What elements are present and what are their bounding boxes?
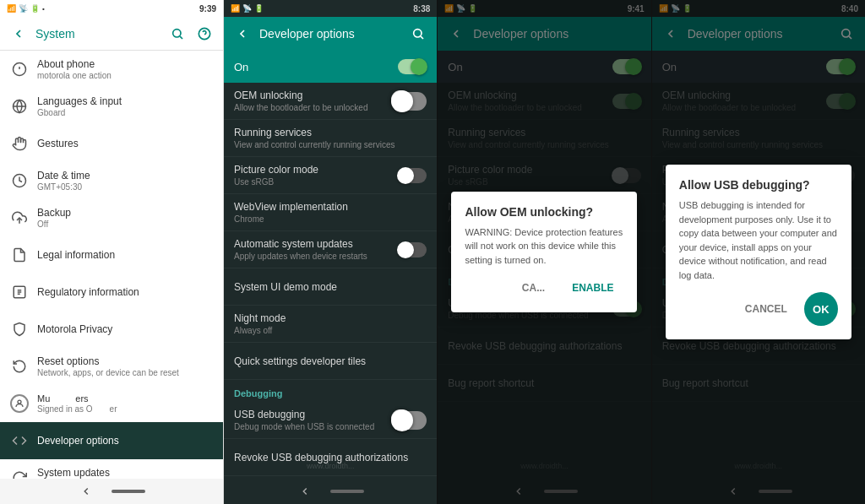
- auto-updates-text-2: Automatic system updates Apply updates w…: [234, 238, 398, 261]
- revoke-text-2: Revoke USB debugging authorizations: [234, 452, 427, 463]
- gestures-icon: [10, 134, 29, 153]
- picture-title-2: Picture color mode: [234, 164, 398, 176]
- usb-cancel-button[interactable]: Cancel: [735, 298, 797, 320]
- legal-info-item[interactable]: Legal information: [0, 236, 223, 274]
- multiple-users-item[interactable]: Muers Signed in as Oer: [0, 385, 223, 422]
- quick-settings-2[interactable]: Quick settings developer tiles: [224, 343, 437, 380]
- oem-enable-button[interactable]: Enable: [562, 277, 623, 299]
- status-left-2: 📶 📡 🔋: [231, 4, 264, 13]
- usb-dialog-body: USB debugging is intended for developmen…: [679, 198, 838, 282]
- developer-options-item[interactable]: Developer options: [0, 422, 223, 459]
- revoke-usb-2[interactable]: Revoke USB debugging authorizations: [224, 439, 437, 476]
- dev-header-2: Developer options: [224, 17, 437, 51]
- oem-item-2[interactable]: OEM unlocking Allow the bootloader to be…: [224, 83, 437, 120]
- auto-updates-2[interactable]: Automatic system updates Apply updates w…: [224, 231, 437, 268]
- system-updates-title: System updates: [37, 467, 213, 479]
- oem-dialog-actions: Ca... Enable: [465, 277, 623, 299]
- about-phone-icon: [10, 60, 29, 79]
- backup-icon: [10, 209, 29, 227]
- ui-demo-text-2: System UI demo mode: [234, 281, 427, 293]
- webview-text-2: WebView implementation Chrome: [234, 201, 427, 224]
- webview-title-2: WebView implementation: [234, 201, 427, 213]
- languages-text: Languages & input Gboard: [37, 95, 213, 117]
- regulatory-text: Regulatory information: [37, 286, 213, 298]
- signal-icon-2: 📶: [231, 4, 240, 13]
- oem-subtitle-2: Allow the bootloader to be unlocked: [234, 103, 393, 112]
- search-button-2[interactable]: [408, 24, 428, 44]
- picture-toggle-2[interactable]: [398, 168, 427, 183]
- usb-debugging-2[interactable]: USB debugging Debug mode when USB is con…: [224, 402, 437, 439]
- reset-title: Reset options: [37, 355, 213, 367]
- reset-subtitle: Network, apps, or device can be reset: [37, 368, 213, 377]
- languages-item[interactable]: Languages & input Gboard: [0, 88, 223, 125]
- quick-settings-title-2: Quick settings developer tiles: [234, 355, 427, 367]
- night-mode-2[interactable]: Night mode Always off: [224, 306, 437, 343]
- language-icon: [10, 97, 29, 116]
- ui-demo-title-2: System UI demo mode: [234, 281, 427, 293]
- usb-ok-button[interactable]: OK: [804, 292, 838, 326]
- status-bar-1: 📶 📡 🔋 • 9:39: [0, 0, 223, 17]
- back-nav-1[interactable]: [78, 483, 95, 500]
- back-button-2[interactable]: [232, 24, 253, 44]
- motorola-privacy-item[interactable]: Motorola Privacy: [0, 311, 223, 348]
- reset-text: Reset options Network, apps, or device c…: [37, 355, 213, 377]
- update-icon: [10, 469, 29, 479]
- usb-dialog: Allow USB debugging? USB debugging is in…: [666, 165, 851, 339]
- picture-color-2[interactable]: Picture color mode Use sRGB: [224, 157, 437, 194]
- debugging-header-2: Debugging: [224, 380, 437, 402]
- usb-dialog-title: Allow USB debugging?: [679, 178, 838, 192]
- date-time-subtitle: GMT+05:30: [37, 182, 213, 192]
- usb-toggle-2[interactable]: [393, 411, 427, 430]
- about-phone-text: About phone motorola one action: [37, 58, 213, 80]
- gestures-text: Gestures: [37, 138, 213, 149]
- about-phone-item[interactable]: About phone motorola one action: [0, 51, 223, 88]
- home-bar-1[interactable]: [112, 490, 145, 493]
- gestures-item[interactable]: Gestures: [0, 125, 223, 162]
- oem-toggle-2[interactable]: [393, 92, 427, 111]
- signal-icon: 📶: [7, 4, 16, 13]
- time-1: 9:39: [199, 4, 216, 14]
- help-button-1[interactable]: [194, 24, 215, 44]
- back-button-1[interactable]: [8, 24, 29, 44]
- system-updates-item[interactable]: System updates Updated to Android 9: [0, 459, 223, 479]
- main-toggle-2[interactable]: [398, 59, 427, 74]
- back-nav-2[interactable]: [296, 483, 313, 500]
- regulatory-icon: [10, 283, 29, 301]
- wifi-icon: 📡: [19, 4, 28, 13]
- date-time-item[interactable]: Date & time GMT+05:30: [0, 162, 223, 199]
- oem-text-2: OEM unlocking Allow the bootloader to be…: [234, 89, 393, 112]
- reset-options-item[interactable]: Reset options Network, apps, or device c…: [0, 348, 223, 385]
- developer-options-usb-panel: 📶 📡 🔋 8:40 Developer options On OEM unlo…: [652, 0, 865, 504]
- running-services-2[interactable]: Running services View and control curren…: [224, 120, 437, 157]
- time-2: 8:38: [413, 4, 430, 14]
- system-settings-list: About phone motorola one action Language…: [0, 51, 223, 479]
- developer-options-oem-panel: 📶 📡 🔋 9:41 Developer options On OEM unlo…: [438, 0, 651, 504]
- usb-dialog-overlay: Allow USB debugging? USB debugging is in…: [652, 0, 865, 504]
- backup-item[interactable]: Backup Off: [0, 199, 223, 236]
- oem-dialog: Allow OEM unlocking? WARNING: Device pro…: [451, 192, 637, 313]
- oem-cancel-button[interactable]: Ca...: [512, 277, 555, 299]
- oem-dialog-overlay: Allow OEM unlocking? WARNING: Device pro…: [438, 0, 650, 504]
- users-text: Muers Signed in as Oer: [37, 393, 213, 414]
- status-bar-2: 📶 📡 🔋 8:38: [224, 0, 437, 17]
- legal-icon: [10, 246, 29, 264]
- wifi-icon-2: 📡: [242, 4, 252, 13]
- developer-icon: [10, 431, 29, 450]
- auto-toggle-2[interactable]: [398, 242, 427, 257]
- legal-title: Legal information: [37, 249, 213, 261]
- developer-text: Developer options: [37, 435, 213, 447]
- home-bar-2[interactable]: [330, 490, 364, 493]
- about-phone-title: About phone: [37, 58, 213, 70]
- search-button-1[interactable]: [167, 24, 188, 44]
- battery-icon-2: 🔋: [254, 4, 264, 13]
- webview-2[interactable]: WebView implementation Chrome: [224, 194, 437, 231]
- dev-title-2: Developer options: [259, 27, 401, 41]
- dev-content-2: OEM unlocking Allow the bootloader to be…: [224, 83, 437, 479]
- bottom-nav-2: [224, 479, 437, 504]
- system-title: System: [35, 27, 160, 41]
- auto-updates-title-2: Automatic system updates: [234, 238, 398, 250]
- date-time-text: Date & time GMT+05:30: [37, 170, 213, 192]
- regulatory-item[interactable]: Regulatory information: [0, 274, 223, 311]
- ui-demo-2[interactable]: System UI demo mode: [224, 268, 437, 306]
- svg-point-14: [18, 400, 21, 404]
